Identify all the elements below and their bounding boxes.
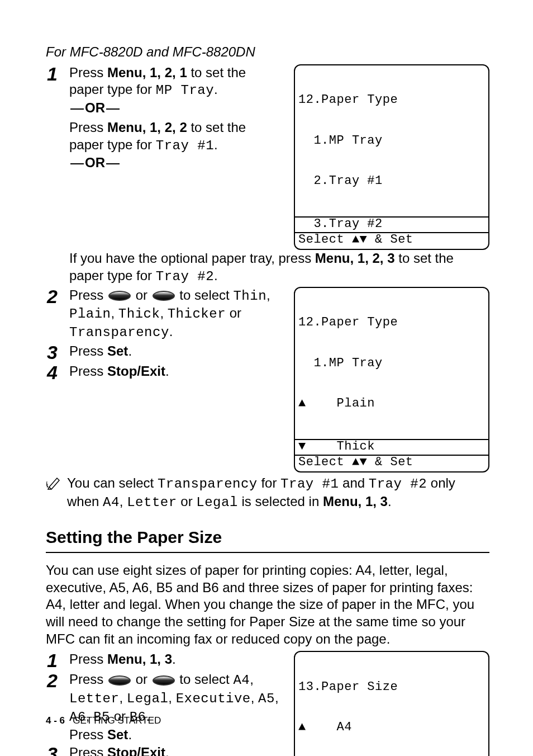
menu-key: Menu: [315, 251, 350, 266]
set-key: Set: [107, 727, 128, 742]
lcd-line: 1.MP Tray: [298, 357, 485, 370]
nav-button-icon: [108, 291, 131, 301]
text: Press: [69, 120, 107, 135]
text: ,: [160, 305, 167, 320]
lcd-line: 12.Paper Type: [298, 93, 485, 107]
size-intro: You can use eight sizes of paper for pri…: [46, 562, 489, 648]
text: and: [339, 475, 368, 490]
nav-button-icon: [108, 675, 131, 686]
option: Transparency: [69, 325, 169, 340]
text: ,: [120, 494, 127, 509]
text: You can select: [67, 475, 158, 490]
note-text: You can select Transparency for Tray #1 …: [67, 475, 489, 511]
nav-button-icon: [153, 291, 175, 301]
lcd-display-3: 13.Paper Size ▲ A4 Letter ▼ Legal Select…: [294, 651, 489, 756]
text: Press: [69, 727, 107, 742]
dash-icon: [70, 108, 84, 110]
text: Press: [69, 651, 107, 667]
option: A5: [258, 691, 275, 706]
text: Press: [69, 672, 107, 687]
step-number-1: 1: [46, 64, 69, 83]
keys: , 1, 2, 3: [350, 251, 399, 266]
text: or: [226, 305, 241, 320]
text: for: [258, 475, 280, 490]
step-body: Press Stop/Exit.: [69, 363, 283, 380]
option: Letter: [69, 691, 119, 706]
option: Legal: [196, 495, 238, 510]
text: is selected in: [238, 494, 323, 509]
step-body: Press Menu, 1, 3.: [69, 651, 283, 668]
step-body: Press Set.: [69, 343, 283, 360]
lcd-line: 13.Paper Size: [298, 681, 485, 694]
text: ,: [251, 690, 258, 705]
lcd-line: 3.Tray #2: [295, 216, 488, 233]
lcd-display-1: 12.Paper Type 1.MP Tray 2.Tray #1 3.Tray…: [294, 64, 489, 250]
option: Legal: [127, 691, 169, 706]
page-footer: 4 - 6 GETTING STARTED: [46, 715, 161, 727]
tray: Tray #1: [156, 138, 214, 153]
option: Transparency: [158, 476, 258, 492]
tray: Tray #2: [156, 269, 214, 284]
lcd-line: 2.Tray #1: [298, 174, 485, 188]
menu-key: Menu: [107, 651, 142, 667]
text: .: [128, 727, 132, 742]
text: Press: [69, 363, 107, 379]
step-body: Press Stop/Exit.: [69, 744, 283, 756]
option: Thin: [233, 289, 266, 304]
lcd-line: 12.Paper Type: [298, 316, 485, 329]
tray: Tray #2: [369, 476, 427, 492]
option: Thicker: [168, 306, 226, 322]
or-label: OR: [85, 100, 105, 115]
menu-key: Menu: [323, 494, 358, 509]
text: ,: [119, 690, 126, 705]
step-number-1: 1: [46, 651, 69, 670]
text: to select: [176, 287, 234, 303]
stop-exit-key: Stop/Exit: [107, 363, 165, 379]
option: Letter: [127, 495, 177, 510]
keys: , 1, 2, 2: [142, 120, 191, 135]
text: Press: [69, 65, 107, 80]
text: to select: [176, 672, 234, 687]
note-icon: [46, 475, 63, 496]
lcd-line: ▼ Thick: [295, 439, 488, 456]
option: A4: [103, 495, 120, 510]
dash-icon: [70, 163, 84, 164]
menu-key: Menu: [107, 65, 142, 80]
text: .: [214, 82, 218, 97]
text: ,: [111, 305, 118, 320]
step-number-2: 2: [46, 671, 69, 690]
menu-key: Menu: [107, 120, 142, 135]
lcd-line: 1.MP Tray: [298, 134, 485, 148]
lcd-line: Select ▲▼ & Set: [295, 233, 488, 249]
text: .: [128, 343, 132, 358]
tray: MP Tray: [156, 83, 214, 98]
page-number: 4 - 6: [46, 715, 65, 726]
keys: , 1, 3: [142, 651, 172, 667]
step-body: Press Menu, 1, 2, 1 to set the paper typ…: [69, 64, 283, 174]
text: Press: [69, 287, 107, 303]
option: A4: [233, 673, 250, 688]
text: or: [132, 287, 151, 303]
text: ,: [275, 690, 279, 705]
dash-icon: [106, 163, 120, 164]
text: Press: [69, 343, 107, 358]
step-number-3: 3: [46, 343, 69, 362]
nav-button-icon: [153, 675, 175, 686]
text: .: [214, 137, 218, 152]
lcd-line: ▲ Plain: [298, 397, 485, 410]
text: .: [169, 324, 173, 339]
step-number-2: 2: [46, 287, 69, 306]
text: .: [165, 363, 169, 379]
text: .: [172, 651, 176, 667]
option: Executive: [176, 691, 251, 706]
dash-icon: [106, 108, 120, 110]
text: ,: [250, 672, 254, 687]
text: or: [177, 494, 197, 509]
stop-exit-key: Stop/Exit: [107, 745, 165, 756]
text: Press: [69, 745, 107, 756]
step-body-cont: If you have the optional paper tray, pre…: [46, 250, 489, 285]
keys: , 1, 3: [358, 494, 388, 509]
section-title: Setting the Paper Size: [46, 527, 489, 552]
text: .: [165, 745, 169, 756]
text: .: [388, 494, 392, 509]
